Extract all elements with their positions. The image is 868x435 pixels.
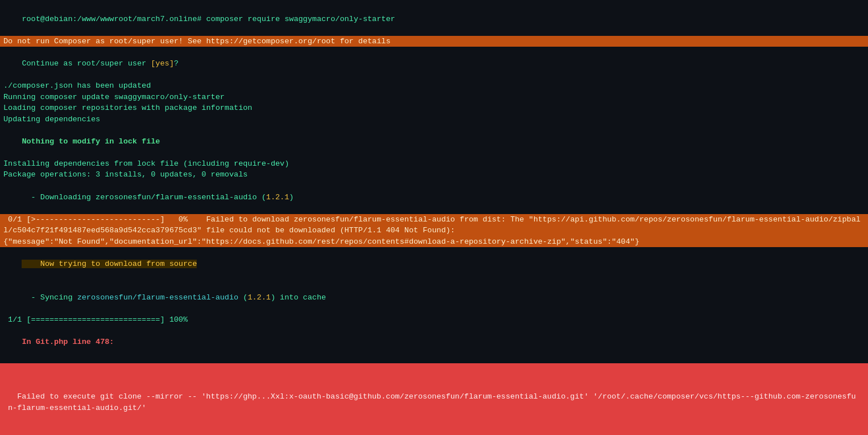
syncing-mid: (: [238, 293, 247, 302]
question-mark: ?: [174, 59, 179, 68]
nothing-modify-text: Nothing to modify in lock file: [22, 137, 160, 146]
prompt-text: root@debian:/www/wwwroot/march7.online# …: [22, 15, 395, 23]
composer-json-updated-line: ./composer.json has been updated: [0, 80, 868, 92]
syncing-version: 1.2.1: [247, 293, 271, 302]
nothing-modify-line: Nothing to modify in lock file: [0, 125, 868, 158]
progress-fail-line: 0/1 [>---------------------------] 0% Fa…: [0, 214, 868, 236]
progress-done-line: 1/1 [============================] 100%: [0, 314, 868, 326]
now-trying-text: Now trying to download from source: [22, 260, 197, 268]
installing-deps-line: Installing dependencies from lock file (…: [0, 158, 868, 170]
syncing-prefix: - Syncing: [22, 293, 77, 302]
git-php-error-line: In Git.php line 478:: [0, 325, 868, 359]
running-update-line: Running composer update swaggymacro/only…: [0, 92, 868, 103]
prompt-line: root@debian:/www/wwwroot/march7.online# …: [0, 2, 868, 36]
downloading-line: - Downloading zerosonesfun/flarum-essent…: [0, 180, 868, 214]
loading-repos-line: Loading composer repositories with packa…: [0, 102, 868, 114]
git-php-error-text: In Git.php line 478:: [22, 338, 114, 346]
red-box-line1: Failed to execute git clone --mirror -- …: [8, 391, 860, 413]
red-error-box: Failed to execute git clone --mirror -- …: [0, 363, 868, 435]
dash-prefix: - Downloading zerosonesfun/flarum-essent…: [22, 193, 266, 202]
syncing-line: - Syncing zerosonesfun/flarum-essential-…: [0, 281, 868, 314]
continue-prompt-text: Continue as root/super user: [22, 59, 151, 68]
yes-highlight: [yes]: [151, 59, 174, 68]
syncing-end: ) into cache: [271, 293, 326, 302]
terminal-window: root@debian:/www/wwwroot/march7.online# …: [0, 0, 868, 435]
version-num: 1.2.1: [266, 193, 290, 202]
pkg-operations-line: Package operations: 3 installs, 0 update…: [0, 169, 868, 180]
now-trying-line: Now trying to download from source: [0, 247, 868, 281]
paren-close: ): [289, 193, 294, 202]
warning-line: Do not run Composer as root/super user! …: [0, 36, 868, 47]
syncing-package: zerosonesfun/flarum-essential-audio: [77, 293, 239, 302]
json-error-line: {"message":"Not Found","documentation_ur…: [0, 236, 868, 248]
updating-deps-line: Updating dependencies: [0, 114, 868, 125]
continue-prompt-line: Continue as root/super user [yes]?: [0, 47, 868, 80]
